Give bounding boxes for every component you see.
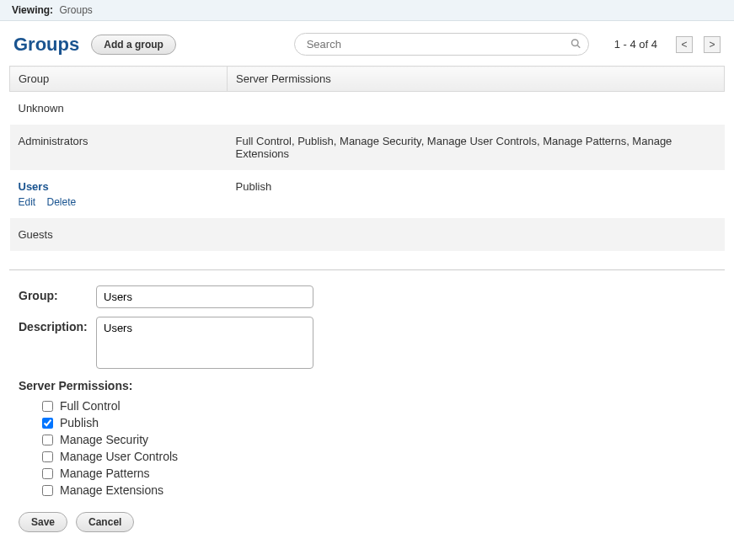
table-row[interactable]: Administrators Full Control, Publish, Ma… <box>10 125 725 170</box>
perm-checkbox-manage-user-controls[interactable] <box>42 451 53 462</box>
description-input[interactable]: Users <box>96 317 313 369</box>
search-input[interactable] <box>294 33 589 56</box>
group-perms <box>228 92 725 125</box>
search-wrap <box>294 33 589 56</box>
group-name-input[interactable] <box>96 285 313 308</box>
groups-table: Group Server Permissions Unknown Adminis… <box>9 66 725 251</box>
permissions-heading: Server Permissions: <box>19 379 715 392</box>
pager-next-button[interactable]: > <box>704 36 721 53</box>
perm-label: Manage User Controls <box>60 450 178 463</box>
perm-label: Publish <box>60 416 99 429</box>
col-header-perms[interactable]: Server Permissions <box>228 67 725 92</box>
viewing-bar: Viewing: Groups <box>0 0 734 21</box>
group-name: Guests <box>10 218 228 251</box>
group-name-selected: Users <box>19 180 219 193</box>
perm-item: Publish <box>42 414 715 431</box>
divider <box>9 269 725 270</box>
delete-link[interactable]: Delete <box>47 196 77 208</box>
save-button[interactable]: Save <box>19 512 67 532</box>
perm-item: Manage Extensions <box>42 482 715 499</box>
table-row[interactable]: Users Edit Delete Publish <box>10 170 725 218</box>
group-perms: Full Control, Publish, Manage Security, … <box>228 125 725 170</box>
pager-prev-button[interactable]: < <box>676 36 693 53</box>
description-field-label: Description: <box>19 317 96 333</box>
group-name: Unknown <box>10 92 228 125</box>
viewing-value: Groups <box>59 4 92 16</box>
table-row[interactable]: Guests <box>10 218 725 251</box>
perm-item: Manage Security <box>42 431 715 448</box>
perm-label: Full Control <box>60 399 121 413</box>
col-header-group[interactable]: Group <box>10 67 228 92</box>
perm-checkbox-publish[interactable] <box>42 418 53 429</box>
group-perms <box>228 218 725 251</box>
cancel-button[interactable]: Cancel <box>76 512 134 532</box>
perm-checkbox-manage-extensions[interactable] <box>42 485 53 496</box>
page-title: Groups <box>13 34 79 56</box>
perm-checkbox-manage-security[interactable] <box>42 435 53 445</box>
add-group-button[interactable]: Add a group <box>91 35 176 55</box>
perm-label: Manage Extensions <box>60 483 163 497</box>
viewing-label: Viewing: <box>12 4 53 16</box>
perm-item: Manage Patterns <box>42 465 715 482</box>
group-perms: Publish <box>228 170 725 218</box>
table-row[interactable]: Unknown <box>10 92 725 125</box>
perm-item: Manage User Controls <box>42 448 715 465</box>
perm-checkbox-manage-patterns[interactable] <box>42 468 53 479</box>
group-name: Administrators <box>10 125 228 170</box>
group-field-label: Group: <box>19 285 96 302</box>
edit-form: Group: Description: Users Server Permiss… <box>0 285 734 547</box>
perm-item: Full Control <box>42 397 715 414</box>
pager-text: 1 - 4 of 4 <box>614 38 657 51</box>
perm-label: Manage Patterns <box>60 467 150 480</box>
header: Groups Add a group 1 - 4 of 4 < > <box>0 21 734 66</box>
perm-label: Manage Security <box>60 433 148 446</box>
permissions-list: Full Control Publish Manage Security Man… <box>19 397 715 499</box>
perm-checkbox-full-control[interactable] <box>42 401 53 412</box>
edit-link[interactable]: Edit <box>19 196 36 208</box>
row-actions: Edit Delete <box>19 196 219 208</box>
